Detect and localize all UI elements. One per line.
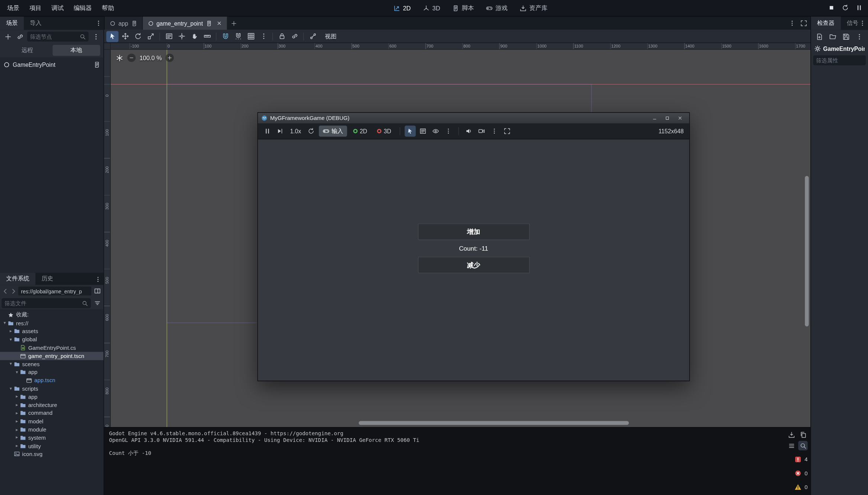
file-filter-input[interactable] bbox=[4, 300, 80, 306]
workspace-2d-workspace-button[interactable]: 2D bbox=[389, 3, 416, 14]
next-frame-button[interactable] bbox=[275, 126, 286, 137]
tree-arrow-icon[interactable]: ▸ bbox=[14, 403, 20, 407]
lock-tool-button[interactable] bbox=[276, 31, 288, 42]
view-menu[interactable]: 视图 bbox=[321, 32, 340, 40]
new-scene-tab-button[interactable] bbox=[227, 17, 241, 30]
file-tree-row[interactable]: ▸command bbox=[0, 409, 104, 417]
camera-2d-button[interactable]: 2D bbox=[349, 126, 371, 137]
inspector-filter[interactable] bbox=[813, 55, 866, 65]
tree-arrow-icon[interactable]: ▸ bbox=[14, 419, 20, 424]
forward-icon[interactable] bbox=[10, 287, 17, 294]
horizontal-scrollbar[interactable] bbox=[359, 421, 629, 425]
speed-label[interactable]: 1.0x bbox=[288, 128, 304, 134]
file-tree-row[interactable]: ▾global bbox=[0, 335, 104, 343]
move-tool-button[interactable] bbox=[119, 31, 131, 42]
file-filter[interactable] bbox=[1, 298, 91, 308]
file-tree-row[interactable]: GameEntryPoint.cs bbox=[0, 343, 104, 352]
scene-tab-0[interactable]: app bbox=[105, 17, 143, 30]
decrease-button[interactable]: 减少 bbox=[418, 257, 529, 273]
menu-item-2[interactable]: 调试 bbox=[47, 1, 68, 14]
close-icon[interactable] bbox=[216, 20, 222, 26]
page-plus-button[interactable] bbox=[814, 31, 825, 42]
tree-arrow-icon[interactable]: ▾ bbox=[14, 370, 20, 375]
tab-list-button[interactable] bbox=[787, 19, 796, 28]
tree-arrow-icon[interactable]: ▸ bbox=[14, 427, 20, 432]
tree-arrow-icon[interactable]: ▸ bbox=[14, 395, 20, 399]
tree-arrow-icon[interactable]: ▸ bbox=[14, 444, 20, 448]
center-view-icon[interactable] bbox=[116, 54, 123, 62]
increase-button[interactable]: 增加 bbox=[418, 224, 529, 240]
zoom-level[interactable]: 100.0 % bbox=[139, 55, 162, 61]
input-mode-button[interactable]: 输入 bbox=[319, 126, 347, 137]
path-input[interactable] bbox=[18, 287, 91, 296]
file-tree-row[interactable]: ▾scripts bbox=[0, 385, 104, 393]
inspector-filter-input[interactable] bbox=[816, 57, 863, 63]
file-tree-row[interactable]: 收藏: bbox=[0, 311, 104, 319]
file-tree-row[interactable]: ▾app bbox=[0, 368, 104, 377]
file-tree-row[interactable]: ▸model bbox=[0, 417, 104, 426]
cursor-tool-button[interactable] bbox=[106, 31, 119, 42]
split-view-button[interactable] bbox=[93, 286, 102, 296]
menu-item-1[interactable]: 项目 bbox=[25, 1, 46, 14]
scene-tree-root-node[interactable]: GameEntryPoint bbox=[0, 60, 104, 70]
game-window[interactable]: MyGFrameworkGame (DEBUG) 1.0x 输入 2D 3D bbox=[258, 112, 690, 381]
minimize-button[interactable] bbox=[649, 114, 660, 123]
chain-tool-button[interactable] bbox=[288, 31, 301, 42]
list-select-tool-button[interactable] bbox=[163, 31, 175, 42]
maximize-button[interactable] bbox=[661, 114, 673, 123]
menu-item-3[interactable]: 编辑器 bbox=[69, 1, 96, 14]
run-reload-button[interactable] bbox=[842, 4, 849, 12]
filesystem-options-button[interactable] bbox=[93, 274, 102, 284]
pan-tool-button[interactable] bbox=[188, 31, 201, 42]
menu-item-4[interactable]: 帮助 bbox=[97, 1, 119, 14]
file-tree-row[interactable]: ▾res:// bbox=[0, 319, 104, 327]
local-button[interactable]: 本地 bbox=[52, 45, 100, 56]
search-button[interactable] bbox=[798, 441, 807, 450]
vertical-scrollbar[interactable] bbox=[805, 176, 809, 326]
remote-button[interactable]: 远程 bbox=[3, 45, 51, 56]
inspector-tab-menu-button[interactable] bbox=[858, 18, 867, 27]
save-down-button[interactable] bbox=[787, 430, 796, 439]
bone-tool-button[interactable] bbox=[307, 31, 319, 42]
debugger-badge[interactable]: 0 bbox=[795, 482, 808, 492]
run-stop-button[interactable] bbox=[828, 4, 835, 12]
tree-arrow-icon[interactable]: ▾ bbox=[8, 362, 14, 367]
file-tree-row[interactable]: ▸module bbox=[0, 426, 104, 434]
list-button[interactable] bbox=[787, 441, 796, 450]
pause-button[interactable] bbox=[262, 126, 273, 137]
dock-tab-0[interactable]: 场景 bbox=[0, 17, 24, 30]
file-tree-row[interactable]: ▸architecture bbox=[0, 401, 104, 409]
file-tree-row[interactable]: app.tscn bbox=[0, 377, 104, 385]
dots-v-button[interactable] bbox=[854, 31, 865, 42]
speaker-button[interactable] bbox=[463, 126, 475, 137]
magnet-tool-button[interactable] bbox=[219, 31, 231, 42]
tree-arrow-icon[interactable]: ▾ bbox=[1, 321, 7, 325]
zoom-out-button[interactable] bbox=[127, 54, 136, 62]
dock-tab-1[interactable]: 历史 bbox=[35, 273, 59, 285]
workspace-3d-workspace-button[interactable]: 3D bbox=[418, 3, 445, 14]
camera-button[interactable] bbox=[476, 126, 487, 137]
scene-dock-options-button[interactable] bbox=[90, 31, 101, 42]
file-tree-row[interactable]: game_entry_point.tscn bbox=[0, 352, 104, 360]
run-pause-button[interactable] bbox=[856, 4, 862, 12]
debugger-badge[interactable]: 4 bbox=[795, 454, 808, 464]
dock-tab-0[interactable]: 检查器 bbox=[811, 17, 841, 30]
cursor-button[interactable] bbox=[405, 126, 416, 137]
scene-dock-tab-menu-button[interactable] bbox=[94, 18, 103, 27]
eye-button[interactable] bbox=[430, 126, 441, 137]
grid-magnet-tool-button[interactable] bbox=[232, 31, 244, 42]
dots-v-button[interactable] bbox=[489, 126, 500, 137]
rotate-tool-button[interactable] bbox=[132, 31, 144, 42]
copy-button[interactable] bbox=[798, 430, 807, 439]
sort-button[interactable] bbox=[93, 299, 102, 308]
zoom-in-button[interactable] bbox=[166, 54, 174, 62]
workspace-assets-workspace-button[interactable]: 资产库 bbox=[515, 1, 553, 14]
file-tree-row[interactable]: ▸system bbox=[0, 434, 104, 442]
link-button[interactable] bbox=[14, 31, 26, 42]
joypad-workspace-button[interactable]: 游戏 bbox=[481, 1, 513, 14]
grid-tool-button[interactable] bbox=[244, 31, 257, 42]
scene-tab-1[interactable]: game_entry_point bbox=[143, 17, 227, 30]
distraction-free-button[interactable] bbox=[799, 19, 808, 28]
script-workspace-button[interactable]: 脚本 bbox=[447, 1, 479, 14]
dots-v-tool-button[interactable] bbox=[258, 31, 270, 42]
